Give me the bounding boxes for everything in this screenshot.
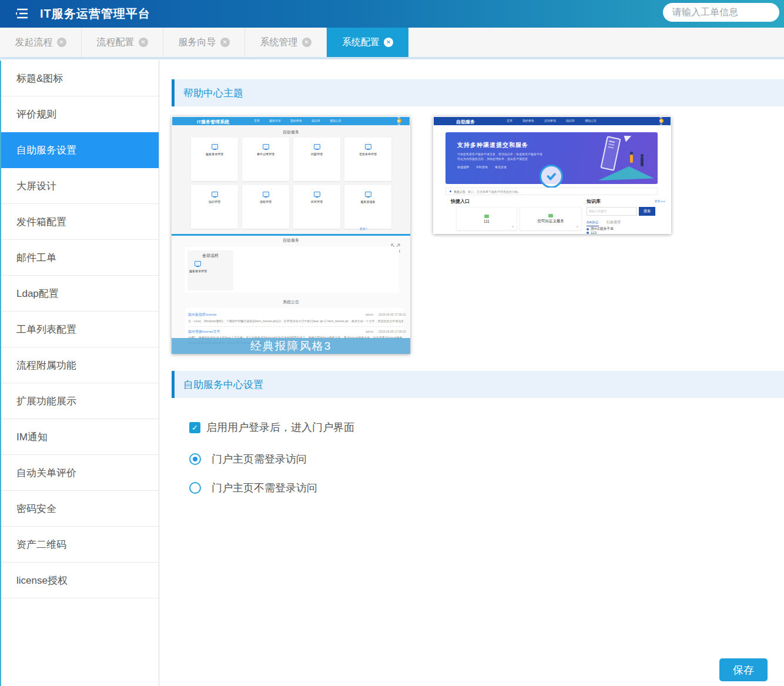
close-icon[interactable]: ✕ bbox=[302, 38, 311, 47]
page-title: IT服务运营管理平台 bbox=[40, 6, 150, 22]
banner-points: 快速报障 实时咨询 事后反馈 bbox=[457, 165, 507, 169]
theme-thumbnail-modern-selected[interactable]: 自助服务 管理员 首页 我的事务 启动事项 知识库 通知公告 支持多种渠道提交和… bbox=[433, 116, 671, 234]
preview-card: 巡检管理 bbox=[242, 185, 289, 229]
preview-nav: 首页 服务目录 我的事务 知识库 通知公告 bbox=[254, 119, 341, 122]
sidebar-item-im-notify[interactable]: IM通知 bbox=[1, 419, 159, 455]
close-icon[interactable]: ✕ bbox=[384, 38, 393, 47]
kb-title: 知识库 bbox=[587, 198, 601, 205]
announcement-time: 2019-09-05 17:09:22 bbox=[378, 313, 406, 316]
announcement-body: 注：Linux、Windows通用1、下载软件和解压获取到item_licens… bbox=[188, 319, 403, 323]
image-icon bbox=[548, 214, 553, 217]
top-bar: IT服务运营管理平台 bbox=[0, 0, 784, 28]
theme-caption: 经典报障风格3 bbox=[172, 338, 410, 354]
ticket-search-input[interactable] bbox=[663, 3, 779, 22]
tab-system-manage[interactable]: 系统管理 ✕ bbox=[245, 28, 327, 57]
tab-bar: 发起流程 ✕ 流程配置 ✕ 服务向导 ✕ 系统管理 ✕ 系统配置 ✕ bbox=[0, 28, 784, 59]
preview-user: 管理员 bbox=[659, 119, 664, 123]
preview-nav: 首页 我的事务 启动事项 知识库 通知公告 bbox=[507, 119, 597, 122]
radio-dot bbox=[193, 457, 197, 461]
preview-title: IT服务管理系统 bbox=[197, 119, 229, 125]
selected-check-badge bbox=[540, 165, 563, 188]
preview-more-link: 更多> bbox=[360, 227, 367, 230]
check-icon bbox=[545, 170, 558, 183]
tab-label: 服务向导 bbox=[179, 36, 216, 49]
menu-collapse-icon[interactable] bbox=[15, 7, 29, 20]
sidebar-item-rating-rules[interactable]: 评价规则 bbox=[1, 96, 159, 132]
quick-card: 111 + bbox=[456, 207, 517, 230]
preview-card: 知识管理 bbox=[191, 185, 238, 229]
paper-plane-icon bbox=[624, 133, 633, 142]
preview-card: 服务器报备 bbox=[344, 185, 391, 229]
radio-selected[interactable] bbox=[189, 453, 201, 465]
tab-system-config[interactable]: 系统配置 ✕ bbox=[327, 28, 408, 57]
plus-icon: + bbox=[511, 224, 514, 229]
monitor-icon bbox=[365, 144, 371, 149]
kb-tab: OA办公 bbox=[587, 220, 599, 226]
sidebar-item-asset-qrcode[interactable]: 资产二维码 bbox=[1, 527, 159, 563]
tab-start-process[interactable]: 发起流程 ✕ bbox=[0, 28, 82, 57]
banner-desc: 可快捷查看客户服务申请历史，查询知识库；快速将用户服务申请 bbox=[457, 152, 542, 156]
preview-user: 管理员 ▾ bbox=[397, 119, 401, 123]
radio-need-login-row: 门户主页需登录访问 bbox=[189, 452, 307, 466]
preview-card: 问题管理 bbox=[293, 138, 340, 181]
sidebar-item-auto-close-rating[interactable]: 自动关单评价 bbox=[1, 455, 159, 491]
monitor-icon bbox=[314, 192, 320, 197]
section-title: 自助服务中心设置 bbox=[183, 378, 263, 391]
announcement-link: 如何新授权license bbox=[188, 312, 217, 317]
plus-icon: + bbox=[576, 224, 579, 229]
tab-label: 系统配置 bbox=[342, 36, 380, 49]
sidebar-item-process-attach[interactable]: 流程附属功能 bbox=[1, 347, 159, 383]
preview-card: 事件运维管理 bbox=[242, 138, 289, 181]
radio-no-login-row: 门户主页不需登录访问 bbox=[189, 481, 317, 495]
announcement-author: admin bbox=[366, 330, 374, 333]
main-panel: 帮助中心主题 IT服务管理系统 管理员 ▾ 首页 服务目录 我的事务 知识库 通… bbox=[160, 61, 784, 686]
image-icon bbox=[484, 215, 489, 218]
dot-icon bbox=[587, 228, 589, 230]
preview-flow-group: 全部流程 服务请求管理 bbox=[187, 250, 233, 290]
checkbox-label: 启用用户登录后，进入门户界面 bbox=[206, 420, 354, 434]
theme-thumbnail-classic[interactable]: IT服务管理系统 管理员 ▾ 首页 服务目录 我的事务 知识库 通知公告 自助服… bbox=[172, 116, 410, 354]
sidebar-item-ldap-config[interactable]: Ldap配置 bbox=[1, 276, 159, 312]
save-button[interactable]: 保存 bbox=[719, 658, 768, 681]
notice-label: 系统公告 bbox=[454, 190, 465, 193]
tab-process-config[interactable]: 流程配置 ✕ bbox=[82, 28, 163, 57]
chevron-down-icon: ▾ bbox=[397, 119, 399, 123]
notice-text: 窗口，支持海量节服务管理系统的功能… bbox=[468, 190, 521, 193]
tab-label: 发起流程 bbox=[15, 36, 53, 49]
kb-search-input: 请输入关键字 bbox=[587, 207, 637, 216]
monitor-icon bbox=[212, 144, 218, 149]
sidebar-item-self-service-settings[interactable]: 自助服务设置 bbox=[1, 132, 159, 168]
close-icon[interactable]: ✕ bbox=[220, 38, 230, 47]
preview-card: 变更发布管理 bbox=[344, 138, 391, 181]
app-window: IT服务运营管理平台 发起流程 ✕ 流程配置 ✕ 服务向导 ✕ 系统管理 ✕ 系… bbox=[0, 0, 784, 686]
section-header-center-settings: 自助服务中心设置 bbox=[172, 371, 784, 398]
preview-notice-bar: 系统公告 窗口，支持海量节服务管理系统的功能… bbox=[445, 188, 658, 195]
sidebar-item-mail-ticket[interactable]: 邮件工单 bbox=[1, 240, 159, 276]
preview-card: 排班管理 bbox=[293, 185, 340, 229]
sidebar-item-ticket-list-config[interactable]: 工单列表配置 bbox=[1, 312, 159, 347]
sidebar-item-outbox-config[interactable]: 发件箱配置 bbox=[1, 204, 159, 240]
preview-announcement-title: 系统公告 bbox=[172, 299, 410, 305]
sidebar-item-extend-features[interactable]: 扩展功能展示 bbox=[1, 383, 159, 419]
sidebar-item-password-security[interactable]: 密码安全 bbox=[1, 491, 159, 527]
close-icon[interactable]: ✕ bbox=[57, 38, 66, 47]
kb-search-button: 搜索 bbox=[639, 207, 655, 216]
checkbox-checked[interactable]: ✓ bbox=[189, 422, 200, 433]
tools-icon bbox=[263, 192, 269, 197]
person-illustration bbox=[641, 157, 644, 166]
banner-desc: 转化为内部服务流程，加快处理效率，提高客户满意度 bbox=[457, 157, 528, 160]
monitor-icon bbox=[314, 144, 320, 149]
close-icon[interactable]: ✕ bbox=[139, 38, 148, 47]
quick-entry-title: 快捷入口 bbox=[451, 198, 470, 205]
sidebar-item-bigscreen-design[interactable]: 大屏设计 bbox=[1, 168, 159, 204]
tab-service-guide[interactable]: 服务向导 ✕ bbox=[163, 28, 245, 57]
announcement-author: admin bbox=[366, 313, 374, 316]
sidebar-item-license[interactable]: license授权 bbox=[1, 563, 159, 598]
tab-label: 流程配置 bbox=[97, 36, 135, 49]
radio-unselected[interactable] bbox=[189, 482, 201, 494]
banner-title: 支持多种渠道提交和服务 bbox=[457, 141, 528, 149]
preview-card: 服务请求管理 bbox=[191, 138, 238, 181]
sidebar-item-title-icon[interactable]: 标题&图标 bbox=[1, 61, 159, 96]
section-title: 帮助中心主题 bbox=[183, 86, 243, 100]
dot-icon bbox=[450, 190, 451, 192]
